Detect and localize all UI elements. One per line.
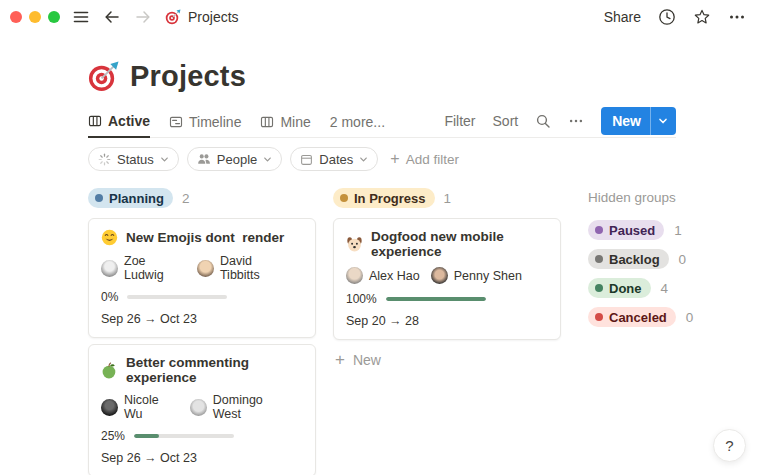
group-count: 1: [674, 223, 682, 238]
group-pill-paused[interactable]: Paused: [588, 220, 664, 240]
tab-active[interactable]: Active: [88, 108, 150, 138]
avatar: [190, 399, 207, 416]
card-dates: Sep 26 → Oct 23: [101, 451, 303, 465]
avatar: [101, 399, 118, 416]
person: Zoe Ludwig: [101, 254, 186, 282]
person-name: Penny Shen: [454, 269, 522, 283]
card-progress-row: 0%: [101, 290, 303, 304]
people-filter-chip[interactable]: People: [187, 147, 282, 171]
back-icon[interactable]: [103, 8, 121, 26]
project-card[interactable]: Dogfood new mobile experience Alex Hao P…: [333, 218, 561, 340]
group-header[interactable]: In Progress 1: [333, 188, 561, 208]
updates-clock-icon[interactable]: [658, 8, 676, 26]
calendar-icon: [300, 153, 313, 166]
group-pill-in-progress[interactable]: In Progress: [333, 188, 435, 208]
card-progress-row: 100%: [346, 292, 548, 306]
maximize-window-button[interactable]: [48, 11, 60, 23]
status-dot: [595, 255, 603, 263]
page-dart-target-icon: [88, 61, 119, 92]
hidden-group-backlog[interactable]: Backlog 0: [588, 249, 738, 269]
new-button-label[interactable]: New: [601, 113, 650, 129]
avatar: [431, 267, 448, 284]
plus-icon: +: [335, 351, 345, 368]
group-count: 0: [679, 252, 687, 267]
share-button[interactable]: Share: [604, 9, 641, 25]
breadcrumb-title: Projects: [188, 9, 239, 25]
sidebar-menu-icon[interactable]: [72, 8, 90, 26]
dog-face-emoji-icon: [346, 236, 363, 253]
project-card[interactable]: New Emojis dont render Zoe Ludwig David …: [88, 218, 316, 338]
person-name: David Tibbitts: [220, 254, 292, 282]
card-title: Better commenting experience: [126, 355, 303, 385]
more-options-icon[interactable]: [728, 8, 746, 26]
avatar: [101, 260, 118, 277]
progress-label: 25%: [101, 429, 125, 443]
card-dates: Sep 26 → Oct 23: [101, 312, 303, 326]
add-card-button[interactable]: + New: [333, 346, 561, 373]
avatar: [346, 267, 363, 284]
card-title-row: New Emojis dont render: [101, 229, 303, 246]
person-name: Domingo West: [213, 393, 292, 421]
person: David Tibbitts: [197, 254, 292, 282]
person: Penny Shen: [431, 267, 522, 284]
timeline-view-icon: [169, 115, 183, 129]
tab-timeline[interactable]: Timeline: [169, 108, 241, 138]
dates-filter-chip[interactable]: Dates: [290, 147, 378, 171]
close-window-button[interactable]: [10, 11, 22, 23]
people-icon: [197, 152, 211, 166]
hidden-groups-title: Hidden groups: [588, 190, 738, 205]
person: Alex Hao: [346, 267, 420, 284]
window-titlebar: Projects Share: [0, 0, 760, 34]
tab-mine[interactable]: Mine: [260, 108, 310, 138]
hidden-groups-section: Hidden groups Paused 1 Backlog 0 Done 4 …: [588, 190, 738, 336]
progress-label: 0%: [101, 290, 118, 304]
chevron-down-icon: [359, 155, 368, 164]
progress-bar: [386, 297, 486, 301]
minimize-window-button[interactable]: [29, 11, 41, 23]
page-header: Projects: [88, 60, 246, 93]
project-card[interactable]: Better commenting experience Nicole Wu D…: [88, 344, 316, 475]
progress-bar-fill: [386, 297, 486, 301]
progress-bar: [134, 434, 234, 438]
hidden-group-paused[interactable]: Paused 1: [588, 220, 738, 240]
avatar: [197, 260, 214, 277]
sort-button[interactable]: Sort: [493, 113, 519, 129]
board-view-icon: [260, 115, 274, 129]
hidden-group-canceled[interactable]: Canceled 0: [588, 307, 738, 327]
group-pill-planning[interactable]: Planning: [88, 188, 173, 208]
progress-bar: [127, 295, 227, 299]
board-column-planning: Planning 2 New Emojis dont render Zoe Lu…: [88, 188, 316, 475]
card-dates: Sep 20 → 28: [346, 314, 548, 328]
card-progress-row: 25%: [101, 429, 303, 443]
search-icon[interactable]: [535, 113, 551, 129]
view-tab-bar: Active Timeline Mine 2 more... Filter So…: [88, 108, 676, 138]
board-column-in-progress: In Progress 1 Dogfood new mobile experie…: [333, 188, 561, 373]
window-controls: [10, 11, 60, 23]
status-filter-chip[interactable]: Status: [88, 147, 179, 171]
forward-icon: [134, 8, 152, 26]
view-options-icon[interactable]: [568, 113, 584, 129]
help-button[interactable]: ?: [713, 429, 746, 462]
add-filter-button[interactable]: + Add filter: [390, 151, 459, 167]
new-button[interactable]: New: [601, 107, 676, 135]
tabs-more[interactable]: 2 more...: [330, 108, 385, 138]
filter-button[interactable]: Filter: [444, 113, 475, 129]
status-dot: [595, 313, 603, 321]
card-title-row: Better commenting experience: [101, 355, 303, 385]
card-title: Dogfood new mobile experience: [371, 229, 548, 259]
group-pill-canceled[interactable]: Canceled: [588, 307, 676, 327]
group-count: 4: [661, 281, 669, 296]
card-people-row: Nicole Wu Domingo West: [101, 393, 303, 421]
status-dot: [95, 194, 103, 202]
group-pill-backlog[interactable]: Backlog: [588, 249, 669, 269]
hidden-group-done[interactable]: Done 4: [588, 278, 738, 298]
new-dropdown-chevron-icon[interactable]: [650, 107, 676, 135]
group-header[interactable]: Planning 2: [88, 188, 316, 208]
group-pill-done[interactable]: Done: [588, 278, 651, 298]
chevron-down-icon: [160, 155, 169, 164]
filter-bar: Status People Dates + Add filter: [88, 147, 459, 171]
favorite-star-icon[interactable]: [693, 8, 711, 26]
group-count: 0: [686, 310, 694, 325]
breadcrumb[interactable]: Projects: [165, 9, 239, 26]
dart-target-icon: [165, 9, 182, 26]
